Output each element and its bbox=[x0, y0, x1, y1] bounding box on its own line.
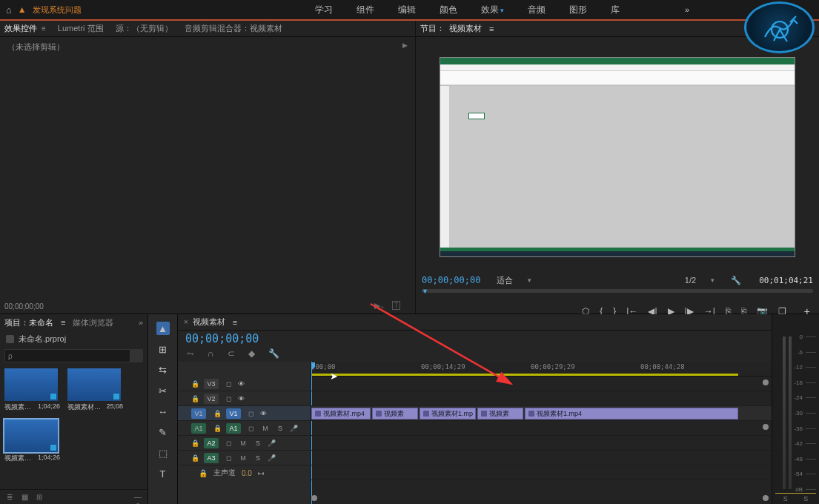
track-select-tool[interactable]: ⊞ bbox=[156, 342, 170, 356]
tab-audio[interactable]: 音频 bbox=[528, 4, 546, 16]
home-icon[interactable]: ⌂ bbox=[6, 4, 12, 16]
tab-color[interactable]: 颜色 bbox=[440, 4, 457, 16]
lane-master[interactable] bbox=[311, 465, 772, 480]
tab-editing[interactable]: 编辑 bbox=[398, 4, 416, 16]
mic-icon: 🎤 bbox=[290, 425, 298, 432]
audio-meters: 0-6-12-18-24-30-36-42-48-54dB SS bbox=[772, 314, 819, 504]
program-scrub-bar[interactable]: ▼ bbox=[422, 289, 813, 299]
effect-controls-body: （未选择剪辑） ▶ 00;00;00;00 ▶₊ 🅃 bbox=[0, 37, 415, 314]
bin-item[interactable]: 视频素材…25;08 bbox=[67, 368, 123, 412]
scroll-handle[interactable] bbox=[763, 495, 769, 501]
warning-text: 发现系统问题 bbox=[33, 4, 82, 16]
workspace-tabs: 学习 组件 编辑 颜色 效果▾ 音频 图形 库 bbox=[315, 4, 620, 16]
tab-learn[interactable]: 学习 bbox=[315, 4, 333, 16]
selection-tool[interactable]: ▲ bbox=[156, 322, 170, 335]
zoom-slider[interactable]: —o— bbox=[133, 493, 143, 502]
track-header-v3[interactable]: 🔒V3◻👁 bbox=[178, 377, 311, 391]
track-header-a1[interactable]: A1🔒A1◻MS🎤 bbox=[178, 421, 311, 436]
tab-graphics[interactable]: 图形 bbox=[569, 4, 587, 16]
timeline-clip[interactable]: 视频素 bbox=[477, 408, 523, 420]
warning-icon[interactable]: ▲ bbox=[18, 4, 27, 15]
work-area-bar[interactable] bbox=[311, 374, 738, 376]
tab-media-browser[interactable]: 媒体浏览器 bbox=[73, 317, 113, 328]
snapshot-icon[interactable]: ▶₊ bbox=[374, 301, 385, 311]
tab-assembly[interactable]: 组件 bbox=[357, 4, 374, 16]
settings-wrench-icon[interactable]: 🔧 bbox=[268, 348, 279, 359]
panel-menu-icon[interactable]: ≡ bbox=[61, 318, 65, 327]
marker-icon[interactable]: ◆ bbox=[248, 348, 255, 359]
lane-v3[interactable] bbox=[311, 377, 772, 391]
program-timecode-current[interactable]: 00;00;00;00 bbox=[422, 275, 480, 285]
tab-libraries[interactable]: 库 bbox=[611, 4, 620, 16]
timeline-track-area[interactable]: ;00;00 00;00;14;29 00;00;29;29 00;00;44;… bbox=[311, 362, 772, 504]
track-headers: 🔒V3◻👁 🔒V2◻👁 V1🔒V1◻👁 A1🔒A1◻MS🎤 🔒A2◻MS🎤 🔒A… bbox=[178, 362, 311, 504]
mic-icon: 🎤 bbox=[268, 440, 276, 447]
timeline-ruler[interactable]: ;00;00 00;00;14;29 00;00;29;29 00;00;44;… bbox=[311, 362, 772, 377]
tab-project[interactable]: 项目：未命名 bbox=[4, 317, 53, 328]
scroll-handle[interactable] bbox=[311, 495, 317, 501]
workspace-overflow[interactable]: » bbox=[685, 5, 689, 14]
lane-a2[interactable] bbox=[311, 436, 772, 451]
razor-tool[interactable]: ✂ bbox=[156, 384, 170, 397]
close-sequence-icon[interactable]: × bbox=[184, 318, 188, 326]
lane-v2[interactable] bbox=[311, 391, 772, 406]
lock-icon: 🔒 bbox=[199, 469, 208, 477]
track-header-master[interactable]: 🔒主声道0.0▸◂ bbox=[178, 465, 311, 480]
tabs-overflow[interactable]: » bbox=[139, 318, 143, 327]
tab-effects[interactable]: 效果▾ bbox=[481, 4, 504, 16]
solo-indicator: S bbox=[783, 495, 788, 503]
timeline-clip[interactable]: 视频素 bbox=[372, 408, 418, 420]
program-monitor[interactable] bbox=[416, 37, 819, 272]
zoom-fit-label[interactable]: 适合 bbox=[497, 275, 513, 286]
track-header-v2[interactable]: 🔒V2◻👁 bbox=[178, 391, 311, 406]
track-header-a3[interactable]: 🔒A3◻MS🎤 bbox=[178, 451, 311, 465]
lane-a1[interactable] bbox=[311, 421, 772, 436]
lane-a3[interactable] bbox=[311, 451, 772, 465]
tool-palette: ▲ ⊞ ⇆ ✂ ↔ ✎ ⬚ T bbox=[148, 314, 178, 504]
lock-icon: 🔒 bbox=[191, 380, 199, 388]
tab-audio-clip-mixer[interactable]: 音频剪辑混合器：视频素材 bbox=[185, 23, 282, 34]
hand-tool[interactable]: ⬚ bbox=[156, 446, 170, 460]
bin-item[interactable]: 视频素…1;04;26 bbox=[4, 420, 60, 463]
tab-effect-controls[interactable]: 效果控件 bbox=[4, 23, 37, 34]
playhead-icon[interactable]: ▼ bbox=[422, 288, 428, 295]
caret-right-icon[interactable]: ▶ bbox=[402, 42, 408, 53]
pen-tool[interactable]: ✎ bbox=[156, 425, 170, 439]
settings-wrench-icon[interactable]: 🔧 bbox=[731, 276, 741, 285]
slip-tool[interactable]: ↔ bbox=[156, 405, 170, 418]
chevron-down-icon[interactable]: ▾ bbox=[711, 276, 714, 284]
list-view-icon[interactable]: ≣ bbox=[4, 493, 15, 502]
type-tool[interactable]: T bbox=[156, 467, 170, 480]
track-header-v1[interactable]: V1🔒V1◻👁 bbox=[178, 406, 311, 421]
chevron-down-icon[interactable]: ▾ bbox=[528, 276, 531, 284]
tab-lumetri-scopes[interactable]: Lumetri 范围 bbox=[58, 23, 104, 34]
export-frame-icon[interactable]: 🅃 bbox=[392, 301, 400, 311]
icon-view-icon[interactable]: ▦ bbox=[19, 493, 30, 502]
project-search-input[interactable] bbox=[4, 349, 137, 362]
timeline-clip[interactable]: 视频素材1.mp bbox=[420, 408, 476, 420]
sequence-tab[interactable]: 视频素材 bbox=[193, 316, 225, 328]
source-panel: 效果控件 ≡ Lumetri 范围 源：（无剪辑） 音频剪辑混合器：视频素材 （… bbox=[0, 21, 415, 314]
program-monitor-frame bbox=[440, 57, 795, 257]
timeline-clip[interactable]: 视频素材1.mp4 bbox=[525, 408, 738, 420]
panel-menu-icon[interactable]: ≡ bbox=[489, 24, 494, 33]
lock-icon: 🔒 bbox=[191, 440, 199, 447]
playback-resolution[interactable]: 1/2 bbox=[685, 276, 696, 285]
ripple-edit-tool[interactable]: ⇆ bbox=[156, 363, 170, 377]
freeform-view-icon[interactable]: ⊞ bbox=[34, 493, 44, 502]
chevron-down-icon: ▾ bbox=[500, 7, 504, 14]
linked-selection-icon[interactable]: ⊂ bbox=[228, 348, 235, 359]
track-header-a2[interactable]: 🔒A2◻MS🎤 bbox=[178, 436, 311, 451]
snap-icon[interactable]: ∩ bbox=[208, 348, 214, 359]
lock-icon: 🔒 bbox=[213, 410, 222, 417]
panel-menu-icon[interactable]: ≡ bbox=[42, 24, 46, 33]
bin-item[interactable]: 视频素…1;04;26 bbox=[4, 368, 60, 412]
panel-menu-icon[interactable]: ≡ bbox=[233, 318, 237, 327]
tab-source-none[interactable]: 源：（无剪辑） bbox=[116, 23, 173, 34]
new-bin-button[interactable] bbox=[130, 349, 143, 362]
lane-v1[interactable]: 视频素材.mp4 视频素 视频素材1.mp 视频素 视频素材1.mp4 bbox=[311, 406, 772, 421]
insert-mode-icon[interactable]: ⥊ bbox=[187, 348, 194, 359]
lock-icon: 🔒 bbox=[191, 454, 199, 462]
timeline-clip[interactable]: 视频素材.mp4 bbox=[311, 408, 371, 420]
timeline-timecode[interactable]: 00;00;00;00 bbox=[185, 332, 259, 345]
